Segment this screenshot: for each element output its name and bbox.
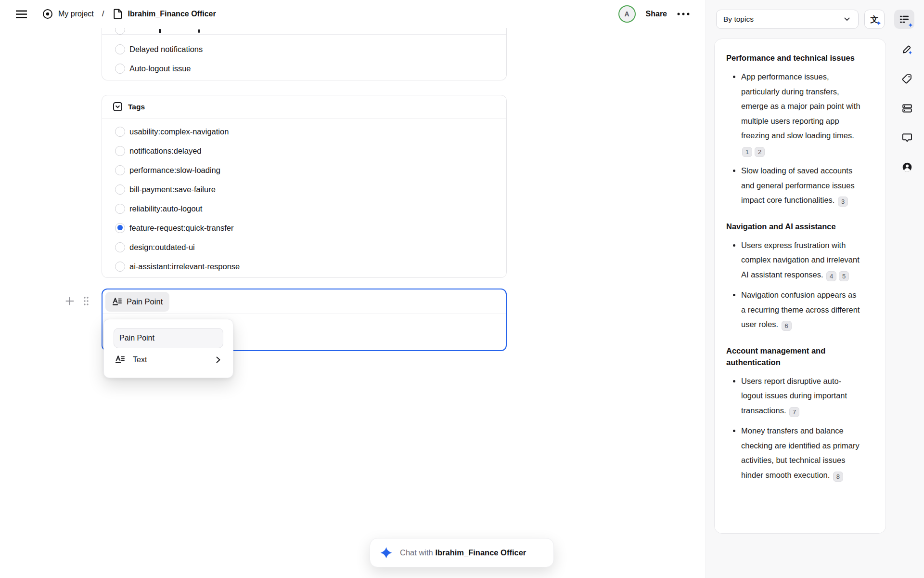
radio-unselected[interactable] <box>115 64 125 74</box>
topic-heading: Performance and technical issues <box>726 52 874 64</box>
sparkle-badge-icon <box>876 21 881 26</box>
text-field-icon <box>112 297 122 307</box>
chevron-right-icon <box>214 356 222 364</box>
summary-list-button[interactable] <box>894 10 914 29</box>
clipped-text-fragment <box>159 29 161 33</box>
citation-chip[interactable]: 1 <box>742 147 752 157</box>
view-mode-value: By topics <box>723 15 754 24</box>
citation-chip[interactable]: 2 <box>755 147 765 157</box>
radio <box>115 127 125 137</box>
tag-label: notifications:delayed <box>129 146 202 156</box>
header-actions: A Share <box>618 5 690 23</box>
fields-icon[interactable] <box>901 103 913 114</box>
tag-icon[interactable] <box>901 73 913 85</box>
citation-chip[interactable]: 5 <box>839 271 849 281</box>
citation-chip[interactable]: 8 <box>833 472 843 482</box>
topics-summary-card: Performance and technical issues App per… <box>714 39 886 534</box>
more-menu-icon[interactable] <box>677 13 690 15</box>
radio-unselected[interactable] <box>115 44 125 54</box>
panel-toolbar: By topics 文 <box>716 10 914 29</box>
clipped-row <box>102 28 506 34</box>
option-row[interactable]: Auto-logout issue <box>102 59 506 78</box>
view-mode-select[interactable]: By topics <box>716 10 859 29</box>
field-chip-label: Pain Point <box>127 297 163 306</box>
menu-item-label: Text <box>133 355 147 364</box>
app-root: My project / Ibrahim_Finance Officer A S… <box>0 0 924 578</box>
share-button[interactable]: Share <box>646 10 667 18</box>
profile-icon[interactable] <box>901 161 913 173</box>
breadcrumb-document[interactable]: Ibrahim_Finance Officer <box>128 10 216 18</box>
tag-option-row[interactable]: bill-payment:save-failure <box>102 180 506 199</box>
avatar[interactable]: A <box>618 5 636 23</box>
tag-label: bill-payment:save-failure <box>129 185 216 194</box>
radio <box>115 242 125 252</box>
summary-panel: By topics 文 Performance and technical is… <box>706 0 924 578</box>
highlight-ai-icon[interactable] <box>901 44 913 55</box>
breadcrumb: My project / Ibrahim_Finance Officer <box>42 8 216 20</box>
option-label: Auto-logout issue <box>129 64 191 73</box>
radio <box>115 146 125 156</box>
chevron-down-icon <box>843 15 851 24</box>
project-icon <box>42 8 53 20</box>
top-bar: My project / Ibrahim_Finance Officer A S… <box>0 0 706 28</box>
tag-option-row[interactable]: reliability:auto-logout <box>102 199 506 218</box>
panel-icon-rail <box>901 44 913 173</box>
tag-option-row[interactable]: usability:complex-navigation <box>102 122 506 141</box>
tag-label: feature-request:quick-transfer <box>129 223 233 233</box>
field-type-popover: Text <box>103 319 233 378</box>
sparkle-badge-icon <box>908 23 913 27</box>
chat-bar[interactable]: Chat with Ibrahim_Finance Officer <box>370 538 554 567</box>
tag-label: performance:slow-loading <box>129 166 220 175</box>
radio <box>115 223 125 233</box>
avatar-letter: A <box>624 10 629 18</box>
menu-icon[interactable] <box>16 10 27 18</box>
option-row[interactable]: Delayed notifications <box>102 39 506 59</box>
tags-card-header[interactable]: Tags <box>102 95 506 118</box>
radio <box>115 184 125 195</box>
select-field-icon <box>113 102 123 112</box>
comment-icon[interactable] <box>901 132 913 144</box>
tags-card-title: Tags <box>128 103 145 111</box>
radio <box>115 204 125 214</box>
tag-label: usability:complex-navigation <box>129 127 229 136</box>
citation-chip[interactable]: 7 <box>789 407 799 417</box>
field-chip-row: Pain Point <box>103 289 506 314</box>
tag-option-row[interactable]: feature-request:quick-transfer <box>102 218 506 237</box>
option-label: Delayed notifications <box>129 45 203 54</box>
tag-options-list: usability:complex-navigation notificatio… <box>102 118 506 276</box>
topic-heading: Account management and authentication <box>726 345 874 368</box>
topic-bullet: Money transfers and balance checking are… <box>741 423 862 482</box>
translate-button[interactable]: 文 <box>864 10 885 29</box>
text-field-icon <box>115 355 125 365</box>
tag-option-row[interactable]: performance:slow-loading <box>102 160 506 180</box>
tag-label: design:outdated-ui <box>129 243 195 252</box>
breadcrumb-project[interactable]: My project <box>58 10 94 18</box>
tags-field-card: Tags usability:complex-navigation notifi… <box>102 95 507 278</box>
radio <box>115 165 125 175</box>
tag-label: ai-assistant:irrelevant-response <box>129 262 240 271</box>
tag-label: reliability:auto-logout <box>129 204 202 213</box>
tag-option-row[interactable]: notifications:delayed <box>102 141 506 160</box>
topic-bullet: Users report disruptive auto-logout issu… <box>741 374 862 418</box>
breadcrumb-separator: / <box>102 9 104 19</box>
citation-chip[interactable]: 3 <box>838 197 848 207</box>
drag-handle-icon[interactable] <box>82 296 90 306</box>
sparkle-icon <box>380 546 393 559</box>
tag-option-row[interactable]: ai-assistant:irrelevant-response <box>102 257 506 276</box>
citation-chip[interactable]: 6 <box>782 321 792 331</box>
topic-bullet: App performance issues, particularly dur… <box>741 69 862 158</box>
topic-heading: Navigation and AI assistance <box>726 221 874 232</box>
field-type-chip[interactable]: Pain Point <box>105 292 169 312</box>
main-region: My project / Ibrahim_Finance Officer A S… <box>0 0 706 578</box>
clipped-text-fragment <box>198 29 200 33</box>
citation-chip[interactable]: 4 <box>826 271 836 281</box>
add-block-button[interactable] <box>64 295 76 307</box>
tag-option-row[interactable]: design:outdated-ui <box>102 237 506 257</box>
chat-bar-label: Chat with Ibrahim_Finance Officer <box>400 548 526 557</box>
topic-bullet: Slow loading of saved accounts and gener… <box>741 163 862 208</box>
field-name-input[interactable] <box>114 328 223 348</box>
chat-agent-name: Ibrahim_Finance Officer <box>435 548 526 557</box>
topic-bullet: Navigation confusion appears as a recurr… <box>741 288 862 332</box>
menu-item-text[interactable]: Text <box>114 348 223 371</box>
field-card-notifications: Delayed notifications Auto-logout issue <box>102 28 507 80</box>
